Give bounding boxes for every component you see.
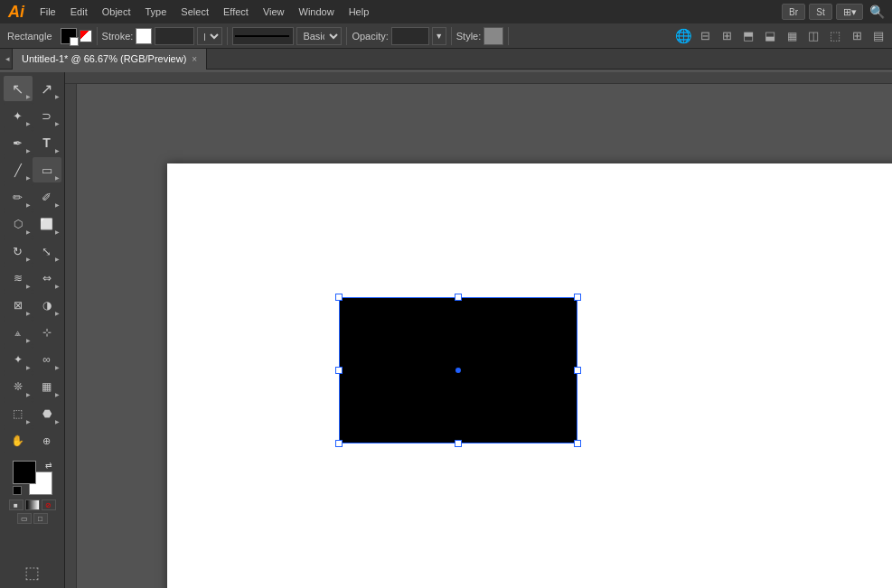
tools-row-10: ⟁ ▶ ⊹ [4, 320, 61, 345]
direct-selection-tool[interactable]: ↗ ▶ [33, 76, 61, 101]
menu-effect[interactable]: Effect [216, 0, 256, 23]
scale-tool[interactable]: ⤡ ▶ [33, 238, 61, 264]
handle-tl[interactable] [335, 294, 343, 301]
style-label: Style: [456, 31, 482, 42]
hand-tool[interactable]: ✋ [4, 428, 33, 453]
pencil-tool[interactable]: ✐ ▶ [33, 184, 61, 210]
handle-mr[interactable] [574, 367, 581, 374]
handle-bc[interactable] [455, 440, 462, 447]
handle-br[interactable] [574, 440, 581, 447]
style-swatch[interactable] [484, 27, 503, 45]
apply-gradient-icon[interactable] [25, 499, 40, 510]
horizontal-ruler [65, 72, 892, 84]
menu-select[interactable]: Select [174, 0, 216, 23]
menu-file[interactable]: File [33, 0, 63, 23]
paintbrush-tool[interactable]: ✏ ▶ [4, 184, 33, 210]
tools-row-13: ⬚ ▶ ⬣ ▶ [4, 401, 61, 426]
stroke-target-icon[interactable]: □ [33, 513, 48, 524]
apply-color-icon[interactable]: ■ [9, 499, 23, 510]
zoom-tool[interactable]: ⊕ [33, 428, 61, 453]
eyedropper-tool[interactable]: ✦ ▶ [4, 347, 33, 372]
control-bar: Rectangle Stroke: pt Basic Opacity: 100%… [0, 23, 892, 49]
tools-row-3: ✒ ▶ T ▶ [4, 130, 61, 155]
tools-row-7: ↻ ▶ ⤡ ▶ [4, 238, 61, 264]
handle-bl[interactable] [335, 440, 343, 447]
blend-tool[interactable]: ∞ ▶ [33, 347, 61, 372]
separator2 [227, 27, 228, 45]
bridge-icon[interactable]: Br [782, 4, 805, 20]
arrange-icon1[interactable]: ⊟ [695, 26, 715, 46]
opacity-input[interactable]: 100% [391, 27, 429, 45]
align-hcenter[interactable]: ⬚ [825, 26, 845, 46]
align-left[interactable]: ◫ [803, 26, 823, 46]
active-tab[interactable]: Untitled-1* @ 66.67% (RGB/Preview) × [12, 49, 207, 70]
perspective-selection-tool[interactable]: ⊹ [33, 320, 61, 345]
rectangle-tool[interactable]: ▭ ▶ [33, 157, 61, 182]
stroke-style-preview[interactable] [232, 27, 294, 45]
stroke-swatch[interactable] [136, 28, 152, 44]
draw-mode-icon[interactable]: ⬚ [16, 561, 49, 584]
tool-name-label: Rectangle [4, 31, 56, 42]
reset-colors-icon[interactable] [13, 486, 22, 495]
stroke-width-input[interactable] [155, 27, 194, 45]
rotate-tool[interactable]: ↻ ▶ [4, 238, 33, 264]
perspective-grid-tool[interactable]: ⟁ ▶ [4, 320, 33, 345]
search-icon[interactable]: 🔍 [867, 2, 887, 22]
menu-object[interactable]: Object [95, 0, 138, 23]
tools-row-11: ✦ ▶ ∞ ▶ [4, 347, 61, 372]
blob-brush-tool[interactable]: ⬡ ▶ [4, 211, 33, 237]
symbol-sprayer-tool[interactable]: ❊ ▶ [4, 374, 33, 399]
stroke-unit-select[interactable]: pt [197, 27, 222, 45]
artboard-tool[interactable]: ⬚ ▶ [4, 401, 33, 426]
stock-icon[interactable]: St [809, 4, 832, 20]
menubar: Ai File Edit Object Type Select Effect V… [0, 0, 892, 23]
opacity-dropdown[interactable]: ▼ [432, 27, 446, 45]
align-bottom[interactable]: ▦ [782, 26, 802, 46]
shape-builder-tool[interactable]: ◑ ▶ [33, 293, 61, 318]
tab-scroll-left[interactable]: ◂ [4, 54, 12, 63]
type-tool[interactable]: T ▶ [33, 130, 61, 155]
menu-edit[interactable]: Edit [63, 0, 95, 23]
width-tool[interactable]: ⇔ ▶ [33, 266, 61, 291]
center-point [455, 368, 461, 373]
fill-swatch[interactable] [61, 28, 77, 44]
menu-view[interactable]: View [256, 0, 292, 23]
handle-ml[interactable] [335, 367, 343, 374]
align-right[interactable]: ⊞ [847, 26, 867, 46]
menu-window[interactable]: Window [292, 0, 342, 23]
tools-row-5: ✏ ▶ ✐ ▶ [4, 184, 61, 210]
eraser-tool[interactable]: ⬜ ▶ [33, 211, 61, 237]
free-transform-tool[interactable]: ⊠ ▶ [4, 293, 33, 318]
workspace-icon[interactable]: ⊞▾ [836, 4, 863, 20]
tools-row-1: ↖ ▶ ↗ ▶ [4, 76, 61, 101]
align-top[interactable]: ⬒ [738, 26, 758, 46]
pen-tool[interactable]: ✒ ▶ [4, 130, 33, 155]
line-tool[interactable]: ╱ ▶ [4, 157, 33, 182]
separator1 [97, 27, 98, 45]
handle-tc[interactable] [455, 294, 462, 301]
lasso-tool[interactable]: ⊃ ▶ [33, 103, 61, 128]
stroke-label: Stroke: [102, 31, 134, 42]
tab-close-button[interactable]: × [192, 54, 197, 64]
slice-tool[interactable]: ⬣ ▶ [33, 401, 61, 426]
stroke-style-select[interactable]: Basic [296, 27, 342, 45]
canvas-area[interactable] [77, 84, 892, 588]
arrange-icon2[interactable]: ⊞ [717, 26, 737, 46]
globe-icon[interactable]: 🌐 [673, 26, 693, 46]
magic-wand-tool[interactable]: ✦ ▶ [4, 103, 33, 128]
selected-rectangle-container[interactable] [339, 297, 577, 443]
ai-logo: Ai [0, 0, 33, 23]
chart-icon[interactable]: ▤ [869, 26, 888, 46]
menu-help[interactable]: Help [342, 0, 377, 23]
apply-none-icon[interactable]: ⊘ [42, 499, 56, 510]
warp-tool[interactable]: ≋ ▶ [4, 266, 33, 291]
selection-tool[interactable]: ↖ ▶ [4, 76, 33, 101]
swap-colors-icon[interactable]: ⇄ [45, 461, 52, 470]
tools-row-2: ✦ ▶ ⊃ ▶ [4, 103, 61, 128]
foreground-swatch[interactable] [13, 461, 36, 484]
handle-tr[interactable] [574, 294, 581, 301]
menu-type[interactable]: Type [138, 0, 174, 23]
fill-target-icon[interactable]: ▭ [17, 513, 32, 524]
column-graph-tool[interactable]: ▦ ▶ [33, 374, 61, 399]
align-vcenter[interactable]: ⬓ [760, 26, 780, 46]
